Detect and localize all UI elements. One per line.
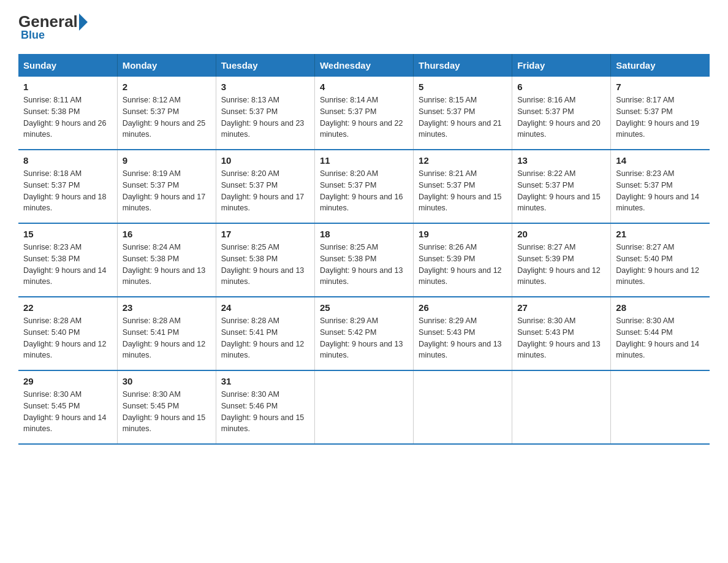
logo: General Blue [18,12,89,42]
day-number: 3 [221,82,309,92]
calendar-week-row: 1 Sunrise: 8:11 AM Sunset: 5:38 PM Dayli… [18,77,710,150]
calendar-cell: 13 Sunrise: 8:22 AM Sunset: 5:37 PM Dayl… [512,150,611,223]
day-info: Sunrise: 8:30 AM Sunset: 5:46 PM Dayligh… [221,389,309,435]
calendar-cell: 3 Sunrise: 8:13 AM Sunset: 5:37 PM Dayli… [216,77,314,150]
calendar-cell: 20 Sunrise: 8:27 AM Sunset: 5:39 PM Dayl… [512,223,611,297]
day-number: 14 [616,155,705,166]
calendar-cell: 19 Sunrise: 8:26 AM Sunset: 5:39 PM Dayl… [414,223,512,297]
calendar-header-saturday: Saturday [611,54,710,77]
day-info: Sunrise: 8:21 AM Sunset: 5:37 PM Dayligh… [419,168,507,214]
day-number: 11 [320,155,408,166]
calendar-week-row: 8 Sunrise: 8:18 AM Sunset: 5:37 PM Dayli… [18,150,710,223]
calendar-cell: 12 Sunrise: 8:21 AM Sunset: 5:37 PM Dayl… [414,150,512,223]
calendar-header-friday: Friday [512,54,611,77]
day-number: 15 [23,229,112,239]
day-info: Sunrise: 8:16 AM Sunset: 5:37 PM Dayligh… [517,94,605,140]
day-number: 29 [23,376,112,386]
logo-triangle-icon [79,13,88,31]
day-info: Sunrise: 8:28 AM Sunset: 5:40 PM Dayligh… [23,315,112,361]
calendar-cell: 10 Sunrise: 8:20 AM Sunset: 5:37 PM Dayl… [216,150,314,223]
calendar-header-row: SundayMondayTuesdayWednesdayThursdayFrid… [18,54,710,77]
calendar-week-row: 22 Sunrise: 8:28 AM Sunset: 5:40 PM Dayl… [18,297,710,370]
day-number: 25 [320,302,408,313]
calendar-cell: 9 Sunrise: 8:19 AM Sunset: 5:37 PM Dayli… [117,150,216,223]
day-info: Sunrise: 8:29 AM Sunset: 5:42 PM Dayligh… [320,315,408,361]
day-info: Sunrise: 8:25 AM Sunset: 5:38 PM Dayligh… [320,242,408,288]
calendar-cell: 15 Sunrise: 8:23 AM Sunset: 5:38 PM Dayl… [18,223,117,297]
day-info: Sunrise: 8:22 AM Sunset: 5:37 PM Dayligh… [517,168,605,214]
day-info: Sunrise: 8:30 AM Sunset: 5:43 PM Dayligh… [517,315,605,361]
calendar-cell: 5 Sunrise: 8:15 AM Sunset: 5:37 PM Dayli… [414,77,512,150]
calendar-header-thursday: Thursday [414,54,512,77]
day-info: Sunrise: 8:30 AM Sunset: 5:45 PM Dayligh… [123,389,211,435]
calendar-cell: 11 Sunrise: 8:20 AM Sunset: 5:37 PM Dayl… [314,150,413,223]
calendar-cell: 17 Sunrise: 8:25 AM Sunset: 5:38 PM Dayl… [216,223,314,297]
day-info: Sunrise: 8:27 AM Sunset: 5:40 PM Dayligh… [616,242,705,288]
day-info: Sunrise: 8:19 AM Sunset: 5:37 PM Dayligh… [123,168,211,214]
calendar-week-row: 29 Sunrise: 8:30 AM Sunset: 5:45 PM Dayl… [18,370,710,444]
calendar-cell: 22 Sunrise: 8:28 AM Sunset: 5:40 PM Dayl… [18,297,117,370]
day-info: Sunrise: 8:17 AM Sunset: 5:37 PM Dayligh… [616,94,705,140]
day-number: 8 [23,155,112,166]
calendar-cell: 31 Sunrise: 8:30 AM Sunset: 5:46 PM Dayl… [216,370,314,444]
day-number: 21 [616,229,705,239]
day-info: Sunrise: 8:30 AM Sunset: 5:45 PM Dayligh… [23,389,112,435]
calendar-cell: 28 Sunrise: 8:30 AM Sunset: 5:44 PM Dayl… [611,297,710,370]
calendar-cell: 14 Sunrise: 8:23 AM Sunset: 5:37 PM Dayl… [611,150,710,223]
day-info: Sunrise: 8:23 AM Sunset: 5:37 PM Dayligh… [616,168,705,214]
day-number: 16 [123,229,211,239]
day-number: 5 [419,82,507,92]
day-number: 7 [616,82,705,92]
day-number: 1 [23,82,112,92]
day-info: Sunrise: 8:25 AM Sunset: 5:38 PM Dayligh… [221,242,309,288]
calendar-week-row: 15 Sunrise: 8:23 AM Sunset: 5:38 PM Dayl… [18,223,710,297]
day-number: 27 [517,302,605,313]
day-number: 13 [517,155,605,166]
day-number: 2 [123,82,211,92]
calendar-table: SundayMondayTuesdayWednesdayThursdayFrid… [18,54,710,445]
calendar-cell: 16 Sunrise: 8:24 AM Sunset: 5:38 PM Dayl… [117,223,216,297]
calendar-cell: 4 Sunrise: 8:14 AM Sunset: 5:37 PM Dayli… [314,77,413,150]
day-number: 18 [320,229,408,239]
day-info: Sunrise: 8:24 AM Sunset: 5:38 PM Dayligh… [123,242,211,288]
calendar-cell: 30 Sunrise: 8:30 AM Sunset: 5:45 PM Dayl… [117,370,216,444]
calendar-cell: 1 Sunrise: 8:11 AM Sunset: 5:38 PM Dayli… [18,77,117,150]
calendar-header-wednesday: Wednesday [314,54,413,77]
day-info: Sunrise: 8:29 AM Sunset: 5:43 PM Dayligh… [419,315,507,361]
calendar-cell: 26 Sunrise: 8:29 AM Sunset: 5:43 PM Dayl… [414,297,512,370]
calendar-cell: 18 Sunrise: 8:25 AM Sunset: 5:38 PM Dayl… [314,223,413,297]
day-number: 19 [419,229,507,239]
calendar-cell [314,370,413,444]
day-number: 17 [221,229,309,239]
day-number: 22 [23,302,112,313]
calendar-cell: 29 Sunrise: 8:30 AM Sunset: 5:45 PM Dayl… [18,370,117,444]
calendar-header-tuesday: Tuesday [216,54,314,77]
calendar-cell: 8 Sunrise: 8:18 AM Sunset: 5:37 PM Dayli… [18,150,117,223]
day-info: Sunrise: 8:18 AM Sunset: 5:37 PM Dayligh… [23,168,112,214]
calendar-cell: 7 Sunrise: 8:17 AM Sunset: 5:37 PM Dayli… [611,77,710,150]
calendar-header-monday: Monday [117,54,216,77]
calendar-cell: 2 Sunrise: 8:12 AM Sunset: 5:37 PM Dayli… [117,77,216,150]
calendar-cell [414,370,512,444]
day-number: 12 [419,155,507,166]
day-info: Sunrise: 8:20 AM Sunset: 5:37 PM Dayligh… [320,168,408,214]
calendar-cell: 27 Sunrise: 8:30 AM Sunset: 5:43 PM Dayl… [512,297,611,370]
day-info: Sunrise: 8:28 AM Sunset: 5:41 PM Dayligh… [123,315,211,361]
day-info: Sunrise: 8:12 AM Sunset: 5:37 PM Dayligh… [123,94,211,140]
day-info: Sunrise: 8:30 AM Sunset: 5:44 PM Dayligh… [616,315,705,361]
day-info: Sunrise: 8:28 AM Sunset: 5:41 PM Dayligh… [221,315,309,361]
calendar-cell: 6 Sunrise: 8:16 AM Sunset: 5:37 PM Dayli… [512,77,611,150]
page-header: General Blue [18,12,710,42]
logo-blue-text: Blue [21,29,45,42]
calendar-cell [512,370,611,444]
day-info: Sunrise: 8:11 AM Sunset: 5:38 PM Dayligh… [23,94,112,140]
calendar-cell: 23 Sunrise: 8:28 AM Sunset: 5:41 PM Dayl… [117,297,216,370]
day-number: 24 [221,302,309,313]
day-info: Sunrise: 8:15 AM Sunset: 5:37 PM Dayligh… [419,94,507,140]
calendar-cell [611,370,710,444]
day-number: 28 [616,302,705,313]
day-info: Sunrise: 8:26 AM Sunset: 5:39 PM Dayligh… [419,242,507,288]
calendar-cell: 24 Sunrise: 8:28 AM Sunset: 5:41 PM Dayl… [216,297,314,370]
day-number: 6 [517,82,605,92]
day-info: Sunrise: 8:14 AM Sunset: 5:37 PM Dayligh… [320,94,408,140]
